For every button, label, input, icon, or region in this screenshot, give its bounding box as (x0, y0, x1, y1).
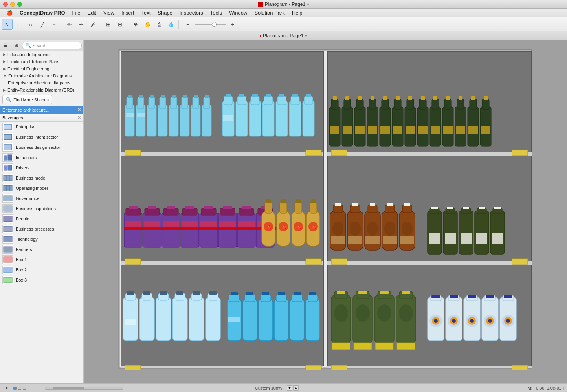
shape-item-drivers[interactable]: Drivers (0, 163, 83, 173)
pencil-tool[interactable]: ✒ (76, 19, 87, 30)
zoom-out-btn[interactable]: − (182, 19, 193, 30)
shape-item-business-design[interactable]: Business design sector (0, 142, 83, 152)
view-menu[interactable]: View (100, 9, 117, 16)
svg-rect-170 (308, 295, 318, 302)
zoom-slider[interactable] (195, 24, 226, 25)
eyedrop-tool[interactable]: 💧 (165, 19, 176, 30)
scrollbar-area[interactable] (29, 387, 252, 390)
svg-rect-70 (291, 96, 299, 105)
page-dot-2[interactable] (18, 387, 21, 390)
zoom-in-btn[interactable]: + (227, 19, 238, 30)
line-tool[interactable]: ╱ (37, 19, 48, 30)
svg-rect-189 (369, 99, 376, 109)
svg-point-282 (334, 304, 348, 322)
shape-item-influencers[interactable]: Influencers (0, 152, 83, 163)
edit-menu[interactable]: Edit (84, 9, 99, 16)
pen-tool[interactable]: ✏ (64, 19, 75, 30)
shape-item-enterprise[interactable]: Enterprise (0, 122, 83, 132)
find-more-shapes-btn[interactable]: 🔍 Find More Shapes (2, 95, 52, 104)
svg-rect-171 (309, 292, 316, 295)
page-dot-3[interactable] (23, 387, 26, 390)
zoom-increase[interactable]: ▲ (293, 385, 299, 391)
shape-item-business-processes[interactable]: Business processes (0, 224, 83, 234)
svg-rect-39 (160, 97, 166, 109)
tree-item-enterprise-arch[interactable]: ▼ Enterprise Architecture Diagrams (0, 72, 83, 79)
shape-item-operating-model[interactable]: Operating model (0, 183, 83, 193)
panel-scroll[interactable]: ▶ Education Infographics ▶ Electric and … (0, 51, 83, 383)
svg-rect-69 (289, 101, 301, 136)
tree-item-education[interactable]: ▶ Education Infographics (0, 51, 83, 58)
shape-item-governance[interactable]: Governance (0, 193, 83, 203)
shape-item-people[interactable]: People (0, 214, 83, 224)
tree-label: Electrical Engineering (7, 66, 49, 71)
tools-menu[interactable]: Tools (207, 9, 225, 16)
svg-rect-162 (262, 292, 269, 295)
shape-item-partners[interactable]: Partners (0, 244, 83, 255)
main-layout: ☰ ⊞ 🔍 Search ▶ Education Infographics ▶ … (0, 40, 567, 383)
pause-btn[interactable]: ⏸ (3, 385, 10, 392)
tree-item-electric[interactable]: ▶ Electric and Telecom Plans (0, 58, 83, 65)
minimize-button[interactable] (10, 2, 15, 7)
insert-menu[interactable]: Insert (118, 9, 138, 16)
ellipse-tool[interactable]: ○ (25, 19, 36, 30)
doc-arrow[interactable]: ▾ (305, 33, 307, 38)
page-dot-1[interactable] (13, 387, 17, 390)
svg-rect-155 (231, 292, 238, 295)
tree-item-enterprise-arch-sub[interactable]: Enterprise architecture diagrams (0, 79, 83, 86)
tree-item-erd[interactable]: ▶ Entity-Relationship Diagram (ERD) (0, 86, 83, 93)
tree-item-electrical[interactable]: ▶ Electrical Engineering (0, 65, 83, 72)
svg-rect-281 (337, 291, 345, 294)
group-tool[interactable]: ⊞ (103, 19, 114, 30)
lib-close-beverages[interactable]: ✕ (77, 115, 81, 120)
maximize-button[interactable] (17, 2, 22, 7)
svg-rect-229 (331, 259, 347, 264)
svg-point-287 (356, 304, 370, 322)
print-tool[interactable]: ⎙ (154, 19, 165, 30)
shape-item-box1[interactable]: Box 1 (0, 255, 83, 265)
window-menu[interactable]: Window (226, 9, 250, 16)
pan-tool[interactable]: ✋ (142, 19, 153, 30)
file-menu[interactable]: File (69, 9, 84, 16)
panel-list-view[interactable]: ☰ (2, 41, 10, 50)
connector-tool[interactable]: ⤷ (49, 19, 60, 30)
svg-rect-30 (126, 113, 134, 117)
close-button[interactable] (3, 2, 8, 7)
shape-item-business-capabilities[interactable]: Business capabilities (0, 203, 83, 214)
zoom-decrease[interactable]: ▼ (287, 385, 292, 391)
canvas-area[interactable]: 🍎 🍎 🍎 🍎 (84, 40, 567, 383)
text-menu[interactable]: Text (138, 9, 154, 16)
solution-park-menu[interactable]: Solution Park (251, 9, 288, 16)
shape-menu[interactable]: Shape (154, 9, 176, 16)
shape-item-box3[interactable]: Box 3 (0, 275, 83, 285)
shape-item-technology[interactable]: Technology (0, 234, 83, 244)
svg-rect-136 (127, 291, 134, 295)
planogram-svg: 🍎 🍎 🍎 🍎 (117, 48, 534, 370)
zoom-stepper[interactable]: ▼ ▲ (287, 385, 299, 391)
shape-item-box2[interactable]: Box 2 (0, 265, 83, 275)
svg-rect-127 (310, 202, 317, 213)
lib-close-enterprise[interactable]: ✕ (77, 107, 81, 112)
panel-grid-view[interactable]: ⊞ (12, 41, 20, 50)
brush-tool[interactable]: 🖌 (88, 19, 99, 30)
inspectors-menu[interactable]: Inspectors (176, 9, 206, 16)
shape-thumb (2, 194, 13, 203)
lib-header-beverages[interactable]: Beverages ✕ (0, 114, 83, 122)
help-menu[interactable]: Help (289, 9, 306, 16)
rect-tool[interactable]: ▭ (13, 19, 24, 30)
svg-rect-14 (4, 206, 12, 211)
svg-point-310 (452, 319, 456, 323)
svg-rect-319 (486, 295, 494, 298)
svg-rect-63 (262, 101, 274, 136)
svg-rect-117 (280, 202, 287, 213)
lib-header-enterprise[interactable]: Enterprise architecture... ✕ (0, 106, 83, 114)
shape-item-business-intent[interactable]: Business intent sector (0, 132, 83, 142)
svg-rect-203 (406, 126, 415, 134)
arrange-tool[interactable]: ⊟ (115, 19, 126, 30)
search-bar[interactable]: 🔍 Search (22, 42, 82, 49)
shape-item-business-model[interactable]: Business model (0, 173, 83, 183)
app-name-menu[interactable]: ConceptDraw PRO (17, 9, 68, 16)
apple-menu[interactable]: 🍎 (3, 9, 16, 16)
svg-rect-82 (143, 213, 161, 247)
select-tool[interactable]: ↖ (2, 19, 13, 30)
zoom-fit[interactable]: ⊕ (130, 19, 141, 30)
